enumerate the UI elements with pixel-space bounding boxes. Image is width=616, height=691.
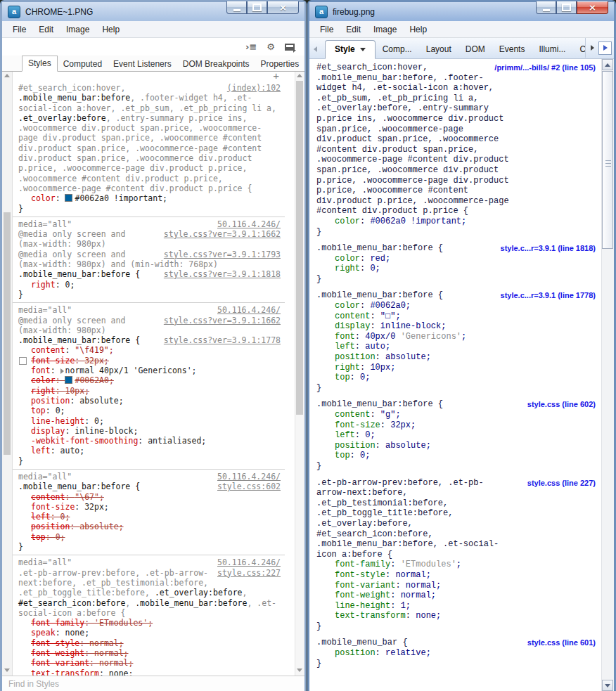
scroll-down-icon[interactable]	[4, 669, 10, 672]
property-toggle-checkbox[interactable]	[19, 357, 27, 365]
stylesheet-link[interactable]: style.css?ver=3.9.1:1662	[164, 229, 281, 239]
css-token: font-family	[335, 560, 390, 569]
new-style-rule-button[interactable]: +	[273, 72, 279, 81]
stylesheet-link[interactable]: (index):102	[227, 83, 281, 93]
css-token: content	[31, 492, 65, 502]
tab-computed[interactable]: Computed	[58, 57, 108, 72]
tab-next-button[interactable]	[598, 41, 612, 55]
css-token: 1;	[401, 601, 411, 611]
stylesheet-link[interactable]: style.css:602	[217, 482, 281, 491]
stylesheet-link[interactable]: style.css (line 602)	[527, 400, 596, 408]
css-token: 32px;	[84, 356, 109, 366]
stylesheet-link[interactable]: style.css:227	[217, 568, 281, 578]
color-swatch[interactable]	[65, 194, 72, 202]
css-token: :	[138, 436, 148, 446]
menu-file[interactable]: File	[6, 22, 32, 37]
stylesheet-link[interactable]: style.c...r=3.9.1 (line 1818)	[501, 244, 596, 252]
tab-comp-[interactable]: Comp...	[376, 40, 419, 58]
firebug-scrollbar[interactable]	[601, 59, 614, 691]
css-token: 10px;	[370, 363, 395, 373]
css-token: top	[335, 451, 350, 460]
close-button[interactable]: ×	[267, 1, 299, 14]
tab-layout[interactable]: Layout	[419, 40, 458, 58]
stylesheet-link[interactable]: style.css (line 601)	[527, 638, 596, 647]
titlebar[interactable]: a firebug.png ×	[309, 2, 614, 21]
shorthand-expander-icon[interactable]	[60, 368, 64, 374]
stylesheet-link[interactable]: style.c...r=3.9.1 (line 1778)	[501, 291, 596, 299]
scroll-up-button[interactable]	[602, 59, 613, 70]
tab-illumi-[interactable]: Illumi...	[532, 40, 572, 58]
css-token: :	[65, 345, 75, 355]
css-token: :	[350, 373, 360, 382]
tab-dropdown-icon[interactable]	[360, 48, 366, 51]
menu-help[interactable]: Help	[403, 22, 433, 37]
stylesheet-link[interactable]: /primm/...-bills/ #2 (line 105)	[494, 63, 596, 72]
styles-pane-scrollbar[interactable]	[295, 72, 304, 676]
stylesheet-link[interactable]: style.css?ver=3.9.1:1778	[164, 335, 281, 345]
dock-side-icon[interactable]	[285, 44, 295, 51]
tab-styles[interactable]: Styles	[22, 56, 58, 72]
tab-events[interactable]: Events	[492, 40, 532, 58]
color-swatch[interactable]	[65, 376, 72, 384]
tab-properties[interactable]: Properties	[255, 57, 304, 72]
css-line: -webkit-font-smoothing: antialiased;	[18, 436, 281, 446]
menu-help[interactable]: Help	[96, 22, 126, 37]
css-token: color	[31, 193, 56, 203]
titlebar[interactable]: a CHROME~1.PNG ×	[2, 2, 304, 21]
stylesheet-link[interactable]: 50.116.4.246/	[217, 305, 281, 315]
css-token: .mobile_menu_bar:before {	[316, 243, 443, 253]
stylesheet-link[interactable]: style.css (line 227)	[527, 479, 596, 487]
tab-event-listeners[interactable]: Event Listeners	[108, 57, 177, 72]
css-line: style.css?ver=3.9.1:1778.mobile_menu_bar…	[18, 335, 281, 345]
css-token: 32px;	[84, 502, 109, 512]
find-styles-input[interactable]: Find in Styles	[2, 676, 304, 691]
scroll-up-icon[interactable]	[297, 74, 302, 77]
css-token: :	[51, 446, 60, 456]
css-token: "\f419";	[75, 345, 113, 355]
css-token: media="all"	[18, 472, 72, 482]
menu-file[interactable]: File	[314, 22, 340, 37]
css-line: #et_search_icon:hover,	[316, 63, 511, 73]
tab-scroll-right-icon[interactable]	[591, 45, 594, 51]
css-line: content: "\67";	[18, 492, 281, 502]
maximize-button[interactable]	[556, 1, 577, 14]
css-token: 0;	[60, 512, 70, 522]
css-token: }	[18, 204, 23, 214]
css-token: :	[360, 264, 370, 273]
css-token: :	[406, 611, 416, 621]
scrollbar-thumb[interactable]	[296, 81, 303, 415]
scroll-down-icon[interactable]	[297, 669, 302, 672]
stylesheet-link[interactable]: style.css?ver=3.9.1:1793	[164, 250, 281, 259]
css-token: normal;	[406, 581, 441, 590]
stylesheet-link[interactable]: 50.116.4.246/	[217, 472, 281, 482]
minimize-button[interactable]	[536, 1, 556, 14]
elements-panel-scrollbar[interactable]	[2, 72, 13, 676]
maximize-button[interactable]	[247, 1, 267, 14]
scroll-up-icon[interactable]	[4, 74, 10, 77]
console-drawer-icon[interactable]: ›≡	[245, 42, 257, 51]
scrollbar-thumb[interactable]	[4, 212, 11, 455]
tab-dom-breakpoints[interactable]: DOM Breakpoints	[177, 57, 255, 72]
css-token: ;	[456, 560, 461, 569]
menubar: FileEditImageHelp	[2, 21, 304, 38]
tab-scroll-left-icon[interactable]	[314, 46, 317, 52]
scroll-down-button[interactable]	[602, 680, 613, 691]
close-button[interactable]: ×	[577, 1, 608, 14]
stylesheet-link[interactable]: 50.116.4.246/	[217, 219, 281, 229]
css-token: auto;	[60, 446, 85, 456]
scrollbar-thumb[interactable]	[602, 71, 613, 249]
menu-image[interactable]: Image	[60, 22, 96, 37]
tab-style[interactable]: Style	[325, 40, 376, 59]
tab-dom[interactable]: DOM	[458, 40, 492, 58]
stylesheet-link[interactable]: 50.116.4.246/	[217, 557, 281, 567]
css-token: absolute;	[385, 441, 431, 451]
settings-gear-icon[interactable]: ⚙	[267, 42, 275, 51]
styles-pane-header: +	[13, 72, 285, 81]
menu-image[interactable]: Image	[367, 22, 403, 37]
css-token: :	[390, 601, 400, 611]
stylesheet-link[interactable]: style.css?ver=3.9.1:1818	[164, 269, 281, 279]
stylesheet-link[interactable]: style.css?ver=3.9.1:1662	[164, 316, 281, 325]
menu-edit[interactable]: Edit	[32, 22, 60, 37]
minimize-button[interactable]	[226, 1, 247, 14]
menu-edit[interactable]: Edit	[340, 22, 367, 37]
